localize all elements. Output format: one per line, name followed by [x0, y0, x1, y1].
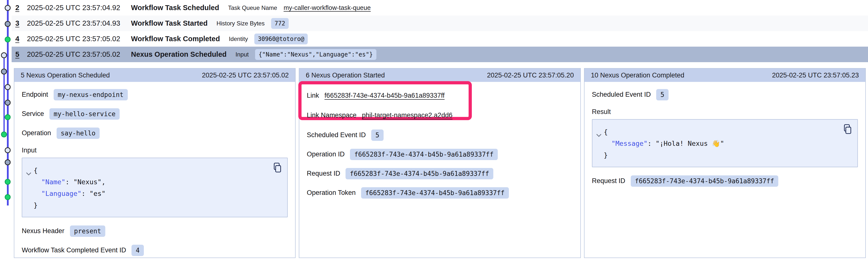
event-id-link[interactable]: 2: [15, 4, 27, 12]
operation-token-badge: f665283f-743e-4374-b45b-9a61a89337ff: [361, 187, 509, 198]
event-timestamp: 2025-02-25 UTC 23:57:04.93: [27, 19, 131, 27]
timeline-branch-line: [3, 55, 5, 135]
event-row-3[interactable]: 3 2025-02-25 UTC 23:57:04.93 Workflow Ta…: [11, 15, 868, 31]
json-line: "Language": "es": [34, 188, 280, 199]
json-close-brace: }: [604, 149, 850, 161]
link-fields-group: Link f665283f-743e-4374-b45b-9a61a89337f…: [307, 89, 572, 121]
service-label: Service: [22, 110, 44, 118]
panel-body: Link f665283f-743e-4374-b45b-9a61a89337f…: [299, 82, 580, 258]
event-detail-value-badge: {"Name":"Nexus","Language":"es"}: [255, 49, 376, 60]
panel-timestamp: 2025-02-25 UTC 23:57:05.02: [202, 72, 289, 79]
event-marker: [5, 37, 11, 42]
event-marker: [5, 194, 11, 200]
endpoint-badge: my-nexus-endpoint: [54, 89, 128, 100]
copy-icon[interactable]: [842, 124, 852, 135]
input-code-block: { "Name": "Nexus", "Language": "es" }: [22, 158, 288, 217]
input-label: Input: [22, 147, 288, 154]
event-id-link[interactable]: 3: [15, 19, 27, 27]
operation-token-label: Operation Token: [307, 189, 355, 197]
operation-id-badge: f665283f-743e-4374-b45b-9a61a89337ff: [350, 149, 498, 160]
event-marker: [1, 132, 7, 138]
result-code-block: { "Message": "¡Hola! Nexus 👋" }: [592, 119, 858, 167]
event-title: Workflow Task Scheduled: [131, 4, 219, 12]
event-row-5-selected[interactable]: 5 2025-02-25 UTC 23:57:05.02 Nexus Opera…: [11, 47, 868, 62]
operation-badge: say-hello: [57, 127, 100, 139]
link-namespace-label: Link Namespace: [307, 111, 356, 119]
service-badge: my-hello-service: [50, 108, 120, 120]
link-value-link[interactable]: f665283f-743e-4374-b45b-9a61a89337ff: [324, 92, 445, 100]
event-detail-label: History Size Bytes: [217, 20, 265, 27]
panel-timestamp: 2025-02-25 UTC 23:57:05.20: [487, 72, 574, 79]
scheduled-event-id-badge: 5: [371, 129, 383, 141]
event-detail-label: Input: [236, 51, 249, 58]
event-detail-panels: 5 Nexus Operation Scheduled 2025-02-25 U…: [14, 68, 866, 258]
event-id-link[interactable]: 4: [15, 35, 27, 43]
operation-label: Operation: [22, 129, 51, 137]
panel-header: 5 Nexus Operation Scheduled 2025-02-25 U…: [14, 69, 295, 82]
event-marker: [5, 114, 11, 120]
request-id-badge: f665283f-743e-4374-b45b-9a61a89337ff: [631, 175, 778, 187]
event-row-2[interactable]: 2 2025-02-25 UTC 23:57:04.92 Workflow Ta…: [11, 0, 868, 15]
panel-nexus-operation-completed: 10 Nexus Operation Completed 2025-02-25 …: [584, 68, 866, 258]
event-marker: [5, 84, 11, 90]
event-marker: [5, 147, 11, 153]
wtce-id-label: Workflow Task Completed Event ID: [22, 247, 126, 254]
event-marker: [1, 52, 7, 58]
event-id-link[interactable]: 5: [15, 50, 27, 59]
panel-body: Scheduled Event ID 5 Result { "Message":…: [585, 82, 865, 258]
operation-id-label: Operation ID: [307, 150, 344, 158]
panel-body: Endpoint my-nexus-endpoint Service my-he…: [14, 82, 295, 260]
event-marker: [5, 100, 11, 106]
copy-icon[interactable]: [272, 162, 282, 173]
event-detail-value-badge: 30960@totoro@: [254, 34, 308, 44]
event-row-4[interactable]: 4 2025-02-25 UTC 23:57:05.02 Workflow Ta…: [11, 31, 868, 47]
json-line: "Name": "Nexus",: [34, 176, 280, 188]
panel-title: 5 Nexus Operation Scheduled: [21, 72, 110, 79]
event-marker: [5, 21, 11, 27]
event-timestamp: 2025-02-25 UTC 23:57:05.02: [27, 35, 131, 43]
panel-header: 6 Nexus Operation Started 2025-02-25 UTC…: [299, 69, 580, 82]
event-title: Nexus Operation Scheduled: [131, 50, 227, 59]
scheduled-event-id-label: Scheduled Event ID: [307, 131, 366, 139]
collapse-chevron-icon[interactable]: [26, 168, 31, 179]
link-label: Link: [307, 92, 319, 100]
panel-header: 10 Nexus Operation Completed 2025-02-25 …: [585, 69, 865, 82]
endpoint-label: Endpoint: [22, 91, 48, 99]
event-marker: [1, 69, 7, 74]
event-history-list: 2 2025-02-25 UTC 23:57:04.92 Workflow Ta…: [11, 0, 868, 62]
json-open-brace: {: [34, 164, 280, 176]
panel-timestamp: 2025-02-25 UTC 23:57:05.23: [772, 72, 859, 79]
nexus-header-label: Nexus Header: [22, 227, 64, 235]
event-marker: [5, 159, 11, 165]
result-label: Result: [592, 108, 858, 116]
event-title: Workflow Task Completed: [131, 35, 220, 43]
scheduled-event-id-label: Scheduled Event ID: [592, 91, 651, 99]
panel-title: 10 Nexus Operation Completed: [591, 72, 684, 79]
event-detail-value-badge: 772: [271, 18, 289, 29]
wtce-id-badge: 4: [131, 245, 144, 256]
request-id-label: Request ID: [592, 177, 625, 185]
link-namespace-link[interactable]: phil-target-namespace2.a2dd6: [362, 111, 452, 119]
event-timestamp: 2025-02-25 UTC 23:57:04.92: [27, 4, 131, 12]
event-detail-label: Identity: [229, 36, 248, 42]
json-close-brace: }: [34, 199, 280, 211]
event-marker: [5, 5, 11, 11]
event-detail-label: Task Queue Name: [228, 4, 277, 11]
scheduled-event-id-badge: 5: [656, 89, 669, 100]
panel-title: 6 Nexus Operation Started: [306, 72, 385, 79]
event-timestamp: 2025-02-25 UTC 23:57:05.02: [27, 50, 131, 59]
request-id-badge: f665283f-743e-4374-b45b-9a61a89337ff: [345, 168, 493, 179]
collapse-chevron-icon[interactable]: [596, 129, 601, 141]
json-line: "Message": "¡Hola! Nexus 👋": [604, 138, 850, 149]
nexus-header-badge: present: [70, 225, 105, 237]
event-title: Workflow Task Started: [131, 19, 208, 27]
task-queue-link[interactable]: my-caller-workflow-task-queue: [283, 4, 371, 11]
event-marker: [5, 179, 11, 185]
panel-nexus-operation-started: 6 Nexus Operation Started 2025-02-25 UTC…: [299, 68, 581, 258]
request-id-label: Request ID: [307, 170, 340, 177]
panel-nexus-operation-scheduled: 5 Nexus Operation Scheduled 2025-02-25 U…: [14, 68, 296, 258]
json-open-brace: {: [604, 126, 850, 138]
